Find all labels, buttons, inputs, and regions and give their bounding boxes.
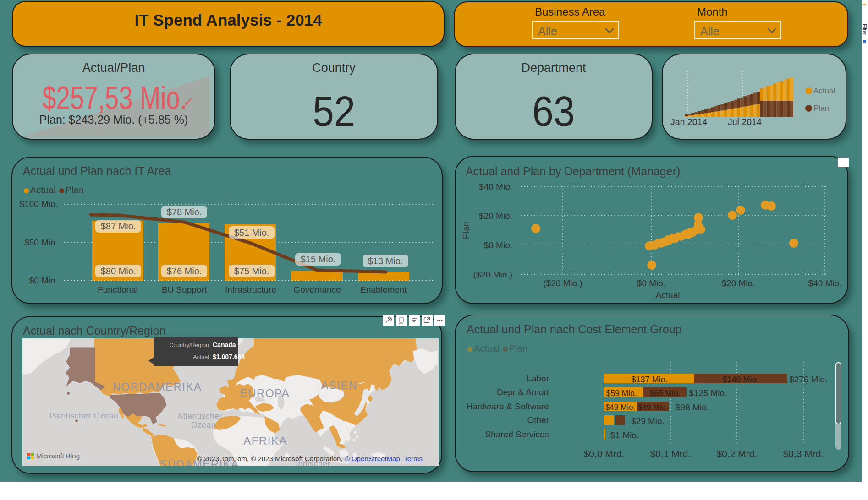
svg-text:Pazifischer Ozean: Pazifischer Ozean xyxy=(49,411,119,420)
svg-text:© 2023 TomTom, © 2023 Microsof: © 2023 TomTom, © 2023 Microsoft Corporat… xyxy=(197,455,423,462)
svg-text:ASIEN: ASIEN xyxy=(321,379,357,391)
svg-text:NORDAMERIKA: NORDAMERIKA xyxy=(112,380,202,393)
svg-text:Microsoft Bing: Microsoft Bing xyxy=(36,452,80,460)
svg-text:Atlantischer: Atlantischer xyxy=(177,412,222,421)
svg-text:AFRIKA: AFRIKA xyxy=(243,435,287,447)
svg-text:Ozean: Ozean xyxy=(191,420,216,429)
svg-text:EUROPA: EUROPA xyxy=(240,387,290,399)
